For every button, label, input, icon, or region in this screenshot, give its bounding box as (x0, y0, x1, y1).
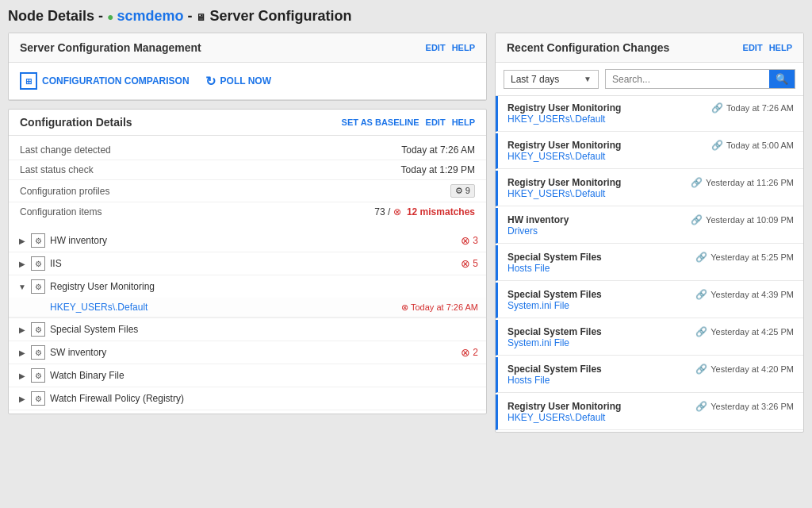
gear-sw-inventory: ⚙ (31, 345, 45, 360)
change-title-3: HW inventory (508, 214, 569, 225)
change-subtitle-7[interactable]: Hosts File (508, 375, 602, 386)
recent-changes-card: Recent Configuration Changes EDIT HELP L… (495, 33, 804, 433)
change-time-7: Yesterday at 4:20 PM (710, 364, 794, 374)
tree-item-watch-firewall: ▶ ⚙ Watch Firewall Policy (Registry) (9, 387, 486, 410)
change-subtitle-4[interactable]: Hosts File (508, 263, 602, 274)
help-link[interactable]: HELP (452, 43, 475, 52)
label-watch-firewall: Watch Firewall Policy (Registry) (50, 393, 478, 404)
configuration-comparison-button[interactable]: ⊞ CONFIGURATION COMPARISON (20, 72, 190, 90)
change-item-3: HW inventory Drivers 🔗 Yesterday at 10:0… (496, 208, 803, 244)
title-text: Node Details - (8, 8, 103, 24)
last-change-value: Today at 7:26 AM (401, 144, 475, 156)
edit-details-link[interactable]: EDIT (426, 117, 446, 127)
child-label-hkey[interactable]: HKEY_USERs\.Default (50, 302, 401, 313)
child-err-icon: ⊗ (401, 302, 408, 313)
change-item-5: Special System Files System.ini File 🔗 Y… (496, 283, 803, 318)
link-icon-7: 🔗 (695, 364, 707, 375)
change-right-5: 🔗 Yesterday at 4:39 PM (695, 289, 794, 300)
change-title-4: Special System Files (508, 252, 602, 263)
toggle-iis: ▶ (17, 258, 28, 269)
link-icon-3: 🔗 (691, 214, 703, 225)
server-config-card: Server Configuration Management EDIT HEL… (8, 33, 487, 101)
change-time-0: Today at 7:26 AM (726, 103, 794, 113)
days-filter-label: Last 7 days (511, 74, 559, 85)
change-item-1: Registry User Monitoring HKEY_USERs\.Def… (496, 133, 803, 169)
label-iis: IIS (50, 258, 461, 269)
change-time-1: Today at 5:00 AM (726, 140, 794, 150)
edit-recent-link[interactable]: EDIT (743, 43, 763, 52)
config-details-card: Configuration Details SET AS BASELINE ED… (8, 109, 487, 414)
tree-item-iis: ▶ ⚙ IIS ⊗ 5 (9, 252, 486, 275)
tree-row-special[interactable]: ▶ ⚙ Special System Files (9, 318, 486, 341)
tree-row-watch-firewall[interactable]: ▶ ⚙ Watch Firewall Policy (Registry) (9, 387, 486, 410)
label-hw-inventory: HW inventory (50, 235, 461, 246)
change-right-2: 🔗 Yesterday at 11:26 PM (691, 177, 794, 188)
tree-item-special: ▶ ⚙ Special System Files (9, 318, 486, 341)
label-special: Special System Files (50, 324, 478, 335)
search-input[interactable] (606, 71, 769, 88)
set-as-baseline-link[interactable]: SET AS BASELINE (342, 117, 419, 127)
change-time-2: Yesterday at 11:26 PM (706, 178, 794, 187)
change-title-1: Registry User Monitoring (508, 140, 621, 151)
gear-hw-inventory: ⚙ (31, 233, 45, 248)
node-name-link[interactable]: scmdemo (117, 8, 183, 24)
tree-row-registry[interactable]: ▼ ⚙ Registry User Monitoring (9, 275, 486, 298)
change-left-7: Special System Files Hosts File (508, 364, 602, 386)
change-subtitle-1[interactable]: HKEY_USERs\.Default (508, 151, 621, 162)
change-left-4: Special System Files Hosts File (508, 252, 602, 274)
search-button[interactable]: 🔍 (769, 70, 795, 88)
config-profiles-row: Configuration profiles ⚙ 9 (9, 180, 486, 202)
change-subtitle-6[interactable]: System.ini File (508, 337, 602, 348)
tree-row-sw-inventory[interactable]: ▶ ⚙ SW inventory ⊗ 2 (9, 341, 486, 364)
change-title-2: Registry User Monitoring (508, 177, 621, 188)
filter-row: Last 7 days ▼ 🔍 (496, 63, 803, 96)
edit-link[interactable]: EDIT (426, 43, 446, 52)
change-right-8: 🔗 Yesterday at 3:26 PM (695, 401, 794, 412)
tree-list: ▶ ⚙ HW inventory ⊗ 3 ▶ ⚙ IIS (9, 226, 486, 414)
label-registry: Registry User Monitoring (50, 281, 478, 292)
profiles-badge: ⚙ 9 (450, 184, 475, 198)
link-icon-2: 🔗 (691, 177, 703, 188)
change-time-8: Yesterday at 3:26 PM (710, 402, 794, 411)
change-left-8: Registry User Monitoring HKEY_USERs\.Def… (508, 401, 621, 423)
compare-icon: ⊞ (20, 72, 37, 90)
link-icon-1: 🔗 (711, 140, 723, 151)
badge-sw-inventory: ⊗ 2 (461, 346, 478, 359)
toggle-special: ▶ (17, 324, 28, 335)
change-subtitle-3[interactable]: Drivers (508, 225, 569, 237)
help-details-link[interactable]: HELP (452, 117, 475, 127)
err-icon-sw: ⊗ (461, 346, 470, 359)
tree-item-sw-inventory: ▶ ⚙ SW inventory ⊗ 2 (9, 341, 486, 364)
tree-child-registry-default: HKEY_USERs\.Default ⊗ Today at 7:26 AM (9, 298, 486, 318)
tree-row-hw-inventory[interactable]: ▶ ⚙ HW inventory ⊗ 3 (9, 229, 486, 252)
change-subtitle-0[interactable]: HKEY_USERs\.Default (508, 114, 621, 125)
change-item-8: Registry User Monitoring HKEY_USERs\.Def… (496, 394, 803, 430)
config-profiles-label: Configuration profiles (20, 186, 109, 197)
change-right-3: 🔗 Yesterday at 10:09 PM (691, 214, 794, 225)
change-left-1: Registry User Monitoring HKEY_USERs\.Def… (508, 140, 621, 162)
tree-row-watch-binary[interactable]: ▶ ⚙ Watch Binary File (9, 364, 486, 387)
change-right-4: 🔗 Yesterday at 5:25 PM (695, 252, 794, 263)
days-filter-select[interactable]: Last 7 days ▼ (504, 70, 599, 89)
left-panel: Server Configuration Management EDIT HEL… (8, 33, 487, 441)
tree-row-iis[interactable]: ▶ ⚙ IIS ⊗ 5 (9, 252, 486, 275)
change-title-7: Special System Files (508, 364, 602, 375)
gear-registry: ⚙ (31, 279, 45, 294)
change-subtitle-5[interactable]: System.ini File (508, 300, 602, 311)
change-title-5: Special System Files (508, 289, 602, 300)
toolbar: ⊞ CONFIGURATION COMPARISON ↻ POLL NOW (9, 63, 486, 100)
changes-list: Registry User Monitoring HKEY_USERs\.Def… (496, 96, 803, 432)
child-value-hkey: ⊗ Today at 7:26 AM (401, 302, 478, 313)
status-dot: ● (107, 10, 117, 23)
poll-now-button[interactable]: ↻ POLL NOW (205, 74, 271, 89)
change-subtitle-2[interactable]: HKEY_USERs\.Default (508, 188, 621, 199)
last-status-value: Today at 1:29 PM (401, 164, 475, 175)
recent-changes-actions: EDIT HELP (743, 43, 792, 52)
link-icon-0: 🔗 (711, 102, 723, 114)
gear-iis: ⚙ (31, 256, 45, 271)
change-subtitle-8[interactable]: HKEY_USERs\.Default (508, 412, 621, 423)
help-recent-link[interactable]: HELP (769, 43, 792, 52)
last-change-label: Last change detected (20, 144, 111, 156)
last-status-row: Last status check Today at 1:29 PM (9, 160, 486, 180)
config-items-label: Configuration items (20, 206, 102, 217)
